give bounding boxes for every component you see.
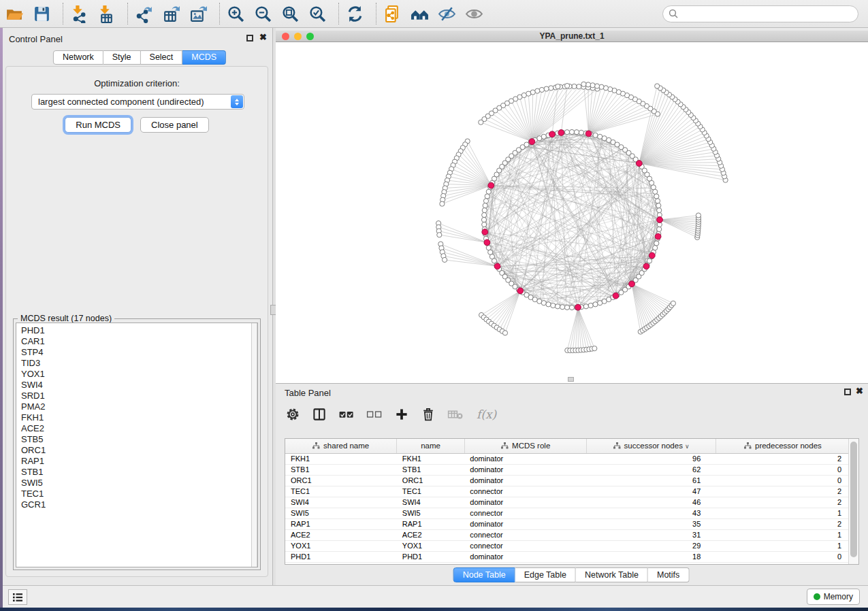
cell-predecessor-nodes[interactable]: 0: [716, 551, 850, 562]
save-icon[interactable]: [33, 5, 51, 23]
show-all-icon[interactable]: [465, 5, 483, 23]
cell-shared-name[interactable]: RAP1: [285, 518, 397, 529]
deselect-all-columns-icon[interactable]: [366, 408, 383, 420]
cell-mcds-role[interactable]: connector: [464, 529, 587, 540]
search-input[interactable]: [662, 5, 858, 22]
table-row[interactable]: TEC1TEC1connector472: [285, 486, 850, 497]
cell-shared-name[interactable]: ACE2: [285, 529, 397, 540]
mcds-result-item[interactable]: STB5: [21, 434, 257, 445]
table-row[interactable]: SWI4SWI4dominator462: [285, 497, 850, 508]
close-panel-button[interactable]: Close panel: [140, 117, 209, 133]
cell-mcds-role[interactable]: connector: [464, 508, 587, 518]
cell-predecessor-nodes[interactable]: 2: [716, 497, 850, 508]
cell-predecessor-nodes[interactable]: 0: [716, 475, 850, 486]
cell-shared-name[interactable]: FKH1: [285, 453, 397, 464]
cell-name[interactable]: SWI5: [397, 508, 465, 518]
create-column-icon[interactable]: [394, 407, 409, 422]
tab-mcds[interactable]: MCDS: [182, 50, 226, 65]
cell-name[interactable]: ACE2: [397, 529, 465, 540]
first-neighbors-icon[interactable]: [411, 5, 429, 23]
cell-predecessor-nodes[interactable]: 1: [716, 508, 850, 518]
tab-edge-table[interactable]: Edge Table: [515, 567, 576, 582]
table-row[interactable]: ORC1ORC1dominator610: [285, 475, 850, 486]
hide-selection-icon[interactable]: [438, 5, 456, 23]
task-history-button[interactable]: [8, 589, 27, 605]
mcds-result-item[interactable]: TID3: [21, 358, 257, 369]
cell-successor-nodes[interactable]: 43: [587, 508, 716, 518]
cell-name[interactable]: SWI4: [397, 497, 465, 508]
table-row[interactable]: FKH1FKH1dominator962: [285, 453, 850, 464]
cell-successor-nodes[interactable]: 61: [587, 475, 716, 486]
table-panel-float-icon[interactable]: [844, 389, 851, 395]
zoom-selected-icon[interactable]: [308, 5, 327, 23]
mcds-result-item[interactable]: SWI4: [21, 380, 257, 391]
cell-successor-nodes[interactable]: 47: [587, 486, 716, 497]
cell-name[interactable]: YOX1: [397, 540, 465, 551]
cell-predecessor-nodes[interactable]: 2: [716, 518, 850, 529]
cell-mcds-role[interactable]: dominator: [464, 518, 587, 529]
cell-name[interactable]: STB1: [397, 464, 465, 475]
mcds-result-item[interactable]: SWI5: [21, 478, 257, 489]
cell-name[interactable]: TEC1: [397, 486, 465, 497]
mcds-result-item[interactable]: STB1: [21, 467, 257, 478]
cell-successor-nodes[interactable]: 35: [587, 518, 716, 529]
cell-name[interactable]: RAP1: [397, 518, 465, 529]
cell-shared-name[interactable]: ORC1: [285, 475, 397, 486]
table-panel-close-icon[interactable]: ✖: [856, 386, 863, 396]
zoom-fit-icon[interactable]: [281, 5, 300, 23]
cell-name[interactable]: PHD1: [397, 551, 465, 562]
tab-node-table[interactable]: Node Table: [453, 567, 515, 582]
cell-shared-name[interactable]: STB1: [285, 464, 397, 475]
mcds-result-item[interactable]: TEC1: [21, 489, 257, 499]
network-canvas[interactable]: [276, 42, 868, 383]
cell-predecessor-nodes[interactable]: 1: [716, 540, 850, 551]
column-header[interactable]: name: [397, 439, 465, 453]
tab-style[interactable]: Style: [103, 50, 141, 65]
canvas-resize-grip[interactable]: [568, 377, 574, 382]
cell-successor-nodes[interactable]: 62: [587, 464, 716, 475]
cell-successor-nodes[interactable]: 29: [587, 540, 716, 551]
table-settings-gear-icon[interactable]: [285, 407, 300, 422]
control-panel-close-icon[interactable]: ✖: [259, 33, 267, 42]
show-columns-icon[interactable]: [312, 407, 327, 422]
import-table-icon[interactable]: [97, 5, 116, 23]
cell-shared-name[interactable]: YOX1: [285, 540, 397, 551]
optimization-criterion-select[interactable]: largest connected component (undirected): [31, 94, 244, 110]
cell-successor-nodes[interactable]: 31: [587, 529, 716, 540]
zoom-in-icon[interactable]: [227, 5, 245, 23]
cell-successor-nodes[interactable]: 96: [587, 453, 716, 464]
tab-motifs[interactable]: Motifs: [648, 567, 689, 582]
table-row[interactable]: PHD1PHD1dominator180: [285, 551, 850, 562]
cell-predecessor-nodes[interactable]: 2: [716, 486, 850, 497]
apply-layout-refresh-icon[interactable]: [346, 5, 364, 23]
column-header[interactable]: MCDS role: [464, 439, 587, 453]
cell-predecessor-nodes[interactable]: 2: [716, 453, 850, 464]
mcds-result-item[interactable]: PHD1: [21, 325, 257, 336]
table-scrollbar[interactable]: [848, 439, 858, 564]
mcds-result-item[interactable]: YOX1: [21, 369, 257, 380]
column-header[interactable]: shared name: [285, 439, 397, 453]
cell-shared-name[interactable]: TEC1: [285, 486, 397, 497]
cell-name[interactable]: ORC1: [397, 475, 465, 486]
mcds-result-item[interactable]: ORC1: [21, 445, 257, 456]
column-header[interactable]: successor nodes ∨: [587, 439, 716, 453]
cell-mcds-role[interactable]: dominator: [464, 551, 587, 562]
table-row[interactable]: YOX1YOX1connector291: [285, 540, 850, 551]
cell-mcds-role[interactable]: dominator: [464, 497, 587, 508]
table-row[interactable]: RAP1RAP1dominator352: [285, 518, 850, 529]
table-row[interactable]: STB1STB1dominator620: [285, 464, 850, 475]
mcds-result-item[interactable]: PMA2: [21, 401, 257, 412]
table-row[interactable]: SWI5SWI5connector431: [285, 508, 850, 518]
table-scrollbar-thumb[interactable]: [850, 442, 857, 557]
open-file-icon[interactable]: [5, 5, 24, 23]
select-all-columns-icon[interactable]: [338, 408, 355, 420]
mcds-result-item[interactable]: RAP1: [21, 456, 257, 467]
network-window-titlebar[interactable]: YPA_prune.txt_1: [276, 31, 868, 42]
delete-column-icon[interactable]: [421, 407, 436, 422]
zoom-out-icon[interactable]: [254, 5, 272, 23]
import-network-icon[interactable]: [70, 5, 89, 23]
cell-successor-nodes[interactable]: 18: [587, 551, 716, 562]
cell-predecessor-nodes[interactable]: 1: [716, 529, 850, 540]
new-network-from-selection-icon[interactable]: [383, 5, 402, 23]
export-image-icon[interactable]: [189, 5, 208, 23]
